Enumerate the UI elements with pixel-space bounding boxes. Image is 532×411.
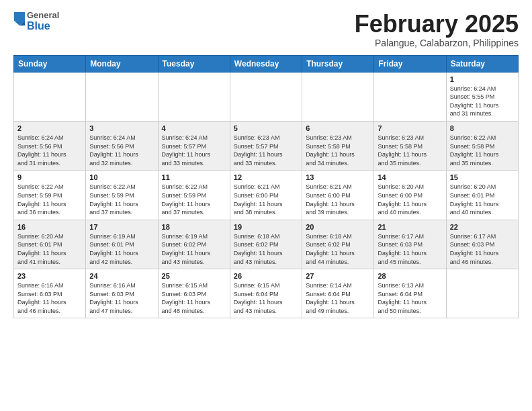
calendar-week-row: 2Sunrise: 6:24 AM Sunset: 5:56 PM Daylig… [14, 121, 519, 170]
day-number: 20 [306, 223, 370, 231]
table-row: 22Sunrise: 6:17 AM Sunset: 6:03 PM Dayli… [446, 220, 518, 269]
table-row: 6Sunrise: 6:23 AM Sunset: 5:58 PM Daylig… [302, 121, 374, 170]
day-number: 26 [234, 272, 298, 280]
day-number: 25 [162, 272, 226, 280]
logo: General Blue [13, 11, 59, 32]
table-row: 4Sunrise: 6:24 AM Sunset: 5:57 PM Daylig… [158, 121, 230, 170]
col-tuesday: Tuesday [158, 55, 230, 72]
day-info: Sunrise: 6:23 AM Sunset: 5:58 PM Dayligh… [306, 134, 370, 167]
table-row: 27Sunrise: 6:14 AM Sunset: 6:04 PM Dayli… [302, 269, 374, 318]
calendar-header-row: Sunday Monday Tuesday Wednesday Thursday… [14, 55, 519, 72]
table-row: 2Sunrise: 6:24 AM Sunset: 5:56 PM Daylig… [14, 121, 86, 170]
day-number: 4 [162, 124, 226, 132]
calendar-week-row: 16Sunrise: 6:20 AM Sunset: 6:01 PM Dayli… [14, 220, 519, 269]
table-row: 14Sunrise: 6:20 AM Sunset: 6:00 PM Dayli… [374, 171, 446, 220]
day-info: Sunrise: 6:21 AM Sunset: 6:00 PM Dayligh… [234, 183, 298, 216]
day-number: 12 [234, 173, 298, 181]
logo-text: General Blue [27, 11, 59, 32]
calendar-week-row: 23Sunrise: 6:16 AM Sunset: 6:03 PM Dayli… [14, 269, 519, 318]
table-row: 13Sunrise: 6:21 AM Sunset: 6:00 PM Dayli… [302, 171, 374, 220]
day-info: Sunrise: 6:16 AM Sunset: 6:03 PM Dayligh… [17, 281, 82, 315]
day-number: 10 [89, 173, 154, 181]
day-info: Sunrise: 6:20 AM Sunset: 6:01 PM Dayligh… [450, 183, 515, 216]
table-row [230, 72, 302, 121]
table-row: 10Sunrise: 6:22 AM Sunset: 5:59 PM Dayli… [86, 171, 158, 220]
day-number: 21 [378, 223, 442, 231]
day-info: Sunrise: 6:13 AM Sunset: 6:04 PM Dayligh… [378, 281, 442, 315]
day-info: Sunrise: 6:23 AM Sunset: 5:57 PM Dayligh… [234, 134, 298, 167]
logo-general-label: General [27, 11, 59, 20]
col-monday: Monday [86, 55, 158, 72]
day-info: Sunrise: 6:20 AM Sunset: 6:01 PM Dayligh… [17, 232, 82, 266]
day-number: 17 [89, 223, 154, 231]
page: General Blue February 2025 Palangue, Cal… [0, 0, 532, 329]
table-row [302, 72, 374, 121]
day-info: Sunrise: 6:18 AM Sunset: 6:02 PM Dayligh… [234, 232, 298, 266]
day-info: Sunrise: 6:21 AM Sunset: 6:00 PM Dayligh… [306, 183, 370, 216]
table-row: 19Sunrise: 6:18 AM Sunset: 6:02 PM Dayli… [230, 220, 302, 269]
day-info: Sunrise: 6:22 AM Sunset: 5:59 PM Dayligh… [89, 183, 154, 216]
day-info: Sunrise: 6:22 AM Sunset: 5:59 PM Dayligh… [162, 183, 226, 216]
day-number: 11 [162, 173, 226, 181]
table-row: 24Sunrise: 6:16 AM Sunset: 6:03 PM Dayli… [86, 269, 158, 318]
table-row: 25Sunrise: 6:15 AM Sunset: 6:03 PM Dayli… [158, 269, 230, 318]
table-row: 9Sunrise: 6:22 AM Sunset: 5:59 PM Daylig… [14, 171, 86, 220]
day-number: 23 [17, 272, 82, 280]
table-row [374, 72, 446, 121]
day-number: 18 [162, 223, 226, 231]
table-row: 21Sunrise: 6:17 AM Sunset: 6:03 PM Dayli… [374, 220, 446, 269]
day-number: 27 [306, 272, 370, 280]
title-area: February 2025 Palangue, Calabarzon, Phil… [355, 11, 519, 48]
day-number: 6 [306, 124, 370, 132]
day-info: Sunrise: 6:18 AM Sunset: 6:02 PM Dayligh… [306, 232, 370, 266]
day-number: 3 [89, 124, 154, 132]
day-number: 7 [378, 124, 442, 132]
day-number: 1 [450, 75, 515, 83]
day-info: Sunrise: 6:24 AM Sunset: 5:57 PM Dayligh… [162, 134, 226, 167]
table-row: 5Sunrise: 6:23 AM Sunset: 5:57 PM Daylig… [230, 121, 302, 170]
header: General Blue February 2025 Palangue, Cal… [13, 11, 519, 48]
day-info: Sunrise: 6:20 AM Sunset: 6:00 PM Dayligh… [378, 183, 442, 216]
day-info: Sunrise: 6:19 AM Sunset: 6:01 PM Dayligh… [89, 232, 154, 266]
col-saturday: Saturday [446, 55, 518, 72]
day-number: 14 [378, 173, 442, 181]
table-row: 15Sunrise: 6:20 AM Sunset: 6:01 PM Dayli… [446, 171, 518, 220]
table-row: 26Sunrise: 6:15 AM Sunset: 6:04 PM Dayli… [230, 269, 302, 318]
table-row: 3Sunrise: 6:24 AM Sunset: 5:56 PM Daylig… [86, 121, 158, 170]
col-wednesday: Wednesday [230, 55, 302, 72]
day-info: Sunrise: 6:17 AM Sunset: 6:03 PM Dayligh… [450, 232, 515, 266]
day-number: 5 [234, 124, 298, 132]
day-info: Sunrise: 6:23 AM Sunset: 5:58 PM Dayligh… [378, 134, 442, 167]
table-row: 7Sunrise: 6:23 AM Sunset: 5:58 PM Daylig… [374, 121, 446, 170]
day-info: Sunrise: 6:15 AM Sunset: 6:03 PM Dayligh… [162, 281, 226, 315]
day-info: Sunrise: 6:19 AM Sunset: 6:02 PM Dayligh… [162, 232, 226, 266]
calendar-table: Sunday Monday Tuesday Wednesday Thursday… [13, 55, 519, 319]
day-info: Sunrise: 6:16 AM Sunset: 6:03 PM Dayligh… [89, 281, 154, 315]
logo-icon [13, 12, 26, 26]
col-friday: Friday [374, 55, 446, 72]
day-number: 28 [378, 272, 442, 280]
table-row: 8Sunrise: 6:22 AM Sunset: 5:58 PM Daylig… [446, 121, 518, 170]
table-row [86, 72, 158, 121]
table-row: 23Sunrise: 6:16 AM Sunset: 6:03 PM Dayli… [14, 269, 86, 318]
table-row: 20Sunrise: 6:18 AM Sunset: 6:02 PM Dayli… [302, 220, 374, 269]
day-info: Sunrise: 6:22 AM Sunset: 5:58 PM Dayligh… [450, 134, 515, 167]
table-row: 18Sunrise: 6:19 AM Sunset: 6:02 PM Dayli… [158, 220, 230, 269]
day-info: Sunrise: 6:24 AM Sunset: 5:56 PM Dayligh… [17, 134, 82, 167]
location-label: Palangue, Calabarzon, Philippines [355, 38, 519, 48]
day-info: Sunrise: 6:15 AM Sunset: 6:04 PM Dayligh… [234, 281, 298, 315]
table-row [158, 72, 230, 121]
table-row [14, 72, 86, 121]
table-row: 1Sunrise: 6:24 AM Sunset: 5:55 PM Daylig… [446, 72, 518, 121]
day-number: 15 [450, 173, 515, 181]
day-number: 16 [17, 223, 82, 231]
table-row: 12Sunrise: 6:21 AM Sunset: 6:00 PM Dayli… [230, 171, 302, 220]
table-row: 16Sunrise: 6:20 AM Sunset: 6:01 PM Dayli… [14, 220, 86, 269]
table-row: 11Sunrise: 6:22 AM Sunset: 5:59 PM Dayli… [158, 171, 230, 220]
col-sunday: Sunday [14, 55, 86, 72]
logo-blue-label: Blue [27, 20, 59, 32]
day-number: 24 [89, 272, 154, 280]
day-info: Sunrise: 6:14 AM Sunset: 6:04 PM Dayligh… [306, 281, 370, 315]
month-title: February 2025 [355, 11, 519, 38]
day-number: 9 [17, 173, 82, 181]
